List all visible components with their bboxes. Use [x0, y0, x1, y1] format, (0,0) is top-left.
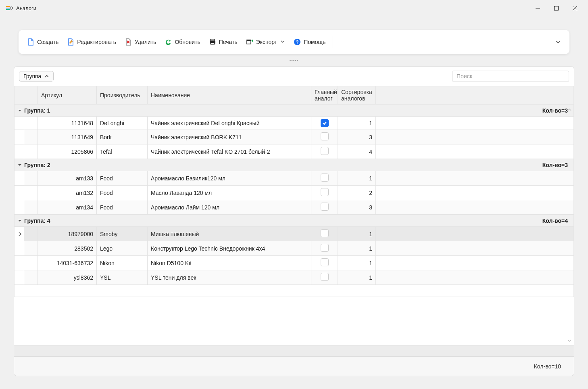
main-analog-checkbox[interactable]: [321, 147, 329, 155]
window-close-button[interactable]: [565, 2, 584, 15]
row-indicator: [15, 186, 24, 200]
header-name[interactable]: Наименование: [148, 86, 311, 105]
cell-main-analog: [311, 227, 338, 241]
refresh-icon: [164, 38, 172, 46]
cell-article: 1131648: [38, 117, 97, 130]
main-analog-checkbox[interactable]: [321, 229, 329, 237]
export-button[interactable]: Экспорт: [242, 35, 290, 49]
header-indent: [24, 86, 38, 105]
cell-article: am133: [38, 171, 97, 186]
cell-main-analog: [311, 200, 338, 215]
print-icon: [209, 38, 217, 46]
main-analog-checkbox[interactable]: [321, 174, 329, 182]
cell-empty: [376, 270, 574, 285]
svg-rect-0: [6, 6, 10, 7]
cell-empty: [376, 256, 574, 270]
main-analog-checkbox[interactable]: [321, 132, 329, 140]
grid-panel: Группа Артикул Производитель: [14, 66, 574, 376]
window-minimize-button[interactable]: [528, 2, 547, 15]
toolbar: Создать Редактировать Удалить Обновить П…: [19, 30, 569, 54]
header-sort[interactable]: Сортировка аналогов: [338, 86, 376, 105]
cell-manufacturer: Nikon: [97, 256, 148, 270]
cell-manufacturer: Food: [97, 186, 148, 200]
main-analog-checkbox[interactable]: [321, 244, 329, 252]
row-indent: [24, 256, 38, 270]
help-button[interactable]: ? Помощь: [289, 35, 329, 49]
table-row[interactable]: 1205866TefalЧайник электрический Tefal K…: [15, 144, 574, 159]
cell-main-analog: [311, 256, 338, 270]
row-indicator: [15, 130, 24, 144]
main-analog-checkbox[interactable]: [321, 119, 329, 127]
edit-label: Редактировать: [77, 39, 116, 45]
cell-empty: [376, 227, 574, 241]
search-input[interactable]: [452, 71, 569, 82]
cell-empty: [376, 241, 574, 256]
group-label: Группа: 4: [24, 218, 50, 224]
main-analog-checkbox[interactable]: [321, 258, 329, 266]
create-button[interactable]: Создать: [23, 35, 63, 49]
header-main-analog[interactable]: Главный аналог: [311, 86, 338, 105]
cell-article: ysl8362: [38, 270, 97, 285]
cell-name: YSL тени для век: [148, 270, 311, 285]
header-manufacturer[interactable]: Производитель: [97, 86, 148, 105]
grid-scroll[interactable]: Артикул Производитель Наименование Главн…: [14, 86, 574, 345]
collapse-icon: [18, 109, 22, 113]
cell-main-analog: [311, 186, 338, 200]
cell-article: am132: [38, 186, 97, 200]
delete-button[interactable]: Удалить: [120, 35, 160, 49]
svg-rect-1: [6, 8, 10, 8]
total-count-label: Кол-во=10: [534, 363, 561, 370]
table-row[interactable]: am132FoodМасло Лаванда 120 мл2: [15, 186, 574, 200]
group-header-row[interactable]: Группа: 4Кол-во=4: [15, 215, 574, 227]
table-row[interactable]: 283502LegoКонструктор Lego Technic Внедо…: [15, 241, 574, 256]
cell-manufacturer: DeLonghi: [97, 117, 148, 130]
edit-button[interactable]: Редактировать: [63, 35, 120, 49]
print-button[interactable]: Печать: [204, 35, 242, 49]
row-indicator: [15, 256, 24, 270]
group-label: Группа: 1: [24, 107, 50, 114]
chevron-down-icon: [280, 39, 285, 45]
cell-sort: 3: [338, 130, 376, 144]
svg-rect-10: [211, 43, 214, 45]
cell-name: Мишка плюшевый: [148, 227, 311, 241]
main-analog-checkbox[interactable]: [321, 273, 329, 281]
group-header-row[interactable]: Группа: 1Кол-во=3: [15, 105, 574, 117]
row-indicator: [15, 144, 24, 159]
cell-main-analog: [311, 270, 338, 285]
delete-label: Удалить: [135, 39, 156, 45]
row-indent: [24, 117, 38, 130]
toolbar-overflow-button[interactable]: [553, 36, 564, 48]
refresh-button[interactable]: Обновить: [160, 35, 204, 49]
header-article[interactable]: Артикул: [38, 86, 97, 105]
cell-main-analog: [311, 171, 338, 186]
table-row[interactable]: 1131648DeLonghiЧайник электрический DeLo…: [15, 117, 574, 130]
scroll-up-icon: [567, 107, 572, 113]
table-row[interactable]: 18979000SmobyМишка плюшевый1: [15, 227, 574, 241]
cell-manufacturer: Food: [97, 200, 148, 215]
table-row[interactable]: am134FoodАромамасло Лайм 120 мл3: [15, 200, 574, 215]
cell-name: Аромамасло Лайм 120 мл: [148, 200, 311, 215]
cell-sort: 1: [338, 117, 376, 130]
edit-doc-icon: [67, 38, 75, 46]
group-chip[interactable]: Группа: [19, 71, 54, 82]
cell-empty: [376, 130, 574, 144]
export-icon: [246, 38, 254, 46]
toolbar-separator: [332, 36, 332, 48]
cell-sort: 1: [338, 241, 376, 256]
cell-manufacturer: Lego: [97, 241, 148, 256]
main-analog-checkbox[interactable]: [321, 203, 329, 211]
app-icon: [6, 4, 13, 12]
cell-sort: 1: [338, 256, 376, 270]
table-row[interactable]: ysl8362YSLYSL тени для век1: [15, 270, 574, 285]
group-header-row[interactable]: Группа: 2Кол-во=3: [15, 159, 574, 171]
window-maximize-button[interactable]: [547, 2, 565, 15]
row-indent: [24, 200, 38, 215]
cell-manufacturer: Food: [97, 171, 148, 186]
panel-splitter[interactable]: •••••: [9, 54, 579, 66]
cell-sort: 2: [338, 186, 376, 200]
table-row[interactable]: am133FoodАромамасло Базилик120 мл1: [15, 171, 574, 186]
table-row[interactable]: 1131649BorkЧайник электрический BORK K71…: [15, 130, 574, 144]
table-row[interactable]: 14031-636732NikonNikon D5100 Kit1: [15, 256, 574, 270]
group-count: Кол-во=3: [542, 162, 570, 168]
main-analog-checkbox[interactable]: [321, 188, 329, 196]
